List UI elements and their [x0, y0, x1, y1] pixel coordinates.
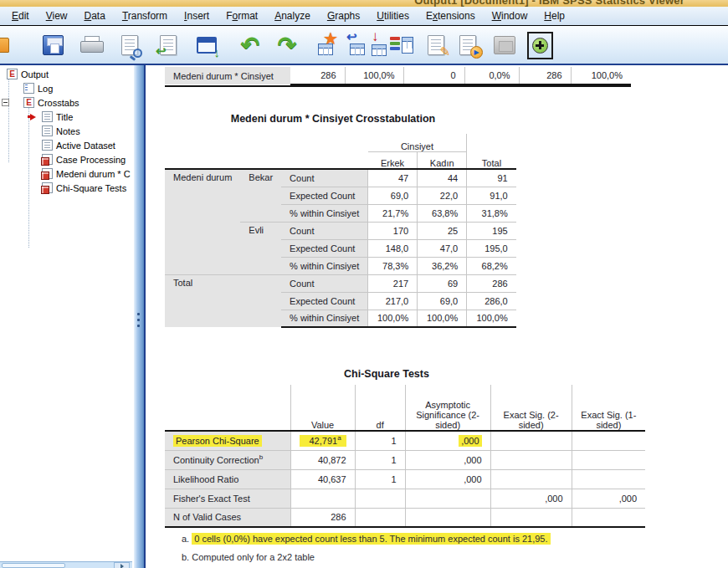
tree-item-case-processing[interactable]: Case Processing — [0, 152, 134, 166]
case-processing-table[interactable]: Medeni durum * Cinsiyet 286 100,0% 0 0,0… — [165, 67, 631, 87]
red-down-arrow-icon: ↓ — [372, 29, 379, 43]
save-floppy-icon — [43, 35, 64, 55]
outline-pane: E Output Log E Crosstabs Title Notes Act… — [0, 65, 134, 568]
edit-output-button[interactable]: ✎ — [422, 30, 450, 60]
highlighted-footnote-text: 0 cells (0,0%) have expected count less … — [192, 533, 550, 545]
tree-item-log[interactable]: Log — [0, 81, 134, 95]
export-arrow-icon: ↩ — [156, 44, 167, 57]
dataset-icon — [42, 140, 53, 151]
row-cat-bekar: Bekar — [240, 169, 281, 222]
scrollbar-right-arrow[interactable] — [114, 562, 130, 568]
crosstab-table[interactable]: Cinsiyet Total Erkek Kadın Medeni durum … — [165, 134, 516, 328]
footnote-b: b. Computed only for a 2x2 table — [182, 552, 315, 562]
dialog-recall-button[interactable] — [490, 30, 519, 60]
spss-viewer-window: { "window": { "title": "Output1 [Documen… — [0, 0, 728, 568]
blue-return-arrow-icon: ↩ — [346, 30, 357, 43]
current-item-arrow-icon — [30, 114, 36, 120]
output-pane: Medeni durum * Cinsiyet 286 100,0% 0 0,0… — [144, 65, 728, 568]
output-icon: E — [7, 69, 18, 79]
export-button[interactable]: ↩ — [154, 30, 182, 60]
main-toolbar: ↩ ↓ ↶ ↷ ★ ↩ ↓ ✎ ▶ — [0, 26, 728, 65]
tree-item-crosstabs[interactable]: E Crosstabs — [0, 95, 134, 110]
tree-item-chi-square-tests[interactable]: Chi-Square Tests — [0, 181, 134, 195]
menu-view[interactable]: View — [38, 7, 76, 25]
tree-item-title[interactable]: Title — [0, 110, 134, 124]
window-titlebar: Output1 [Document1] - IBM SPSS Statistic… — [0, 0, 728, 7]
tree-item-active-dataset[interactable]: Active Dataset — [0, 138, 134, 152]
menu-format[interactable]: Format — [218, 7, 266, 25]
highlighted-label: Pearson Chi-Square — [173, 435, 262, 447]
printer-icon — [80, 36, 102, 54]
activate-designated-button[interactable] — [525, 30, 554, 60]
menu-analyze[interactable]: Analyze — [266, 7, 319, 25]
menu-window[interactable]: Window — [484, 7, 536, 25]
tree-item-output[interactable]: E Output — [0, 67, 134, 81]
chi-square-title: Chi-Square Tests — [165, 368, 608, 380]
col-header-erkek: Erkek — [368, 151, 418, 169]
disabled-window-icon — [494, 36, 515, 54]
magnifier-icon — [133, 49, 142, 58]
footnote-a: a. 0 cells (0,0%) have expected count le… — [182, 534, 551, 544]
variable-bars-icon — [390, 37, 400, 52]
collapse-expander-icon[interactable] — [2, 99, 9, 106]
row-total-label: Total — [165, 274, 281, 327]
row-dim-label: Medeni durum — [165, 169, 240, 274]
redo-button[interactable]: ↷ — [273, 30, 301, 60]
menu-extensions[interactable]: Extensions — [418, 7, 484, 25]
open-folder-icon — [0, 38, 9, 53]
table-icon — [42, 168, 53, 179]
table-grid-icon — [350, 43, 365, 55]
highlighted-value: 42,791a — [300, 435, 346, 447]
down-arrow-icon: ↓ — [214, 46, 221, 59]
redo-arrow-icon: ↷ — [278, 34, 297, 57]
menu-bar: Edit View Data Transform Insert Format A… — [0, 7, 728, 26]
variables-button[interactable] — [388, 30, 417, 60]
row-cat-evli: Evli — [240, 222, 281, 274]
menu-help[interactable]: Help — [536, 7, 573, 25]
notes-icon — [42, 125, 53, 136]
save-button[interactable] — [38, 30, 67, 60]
star-icon: ★ — [323, 30, 338, 47]
tree-item-notes[interactable]: Notes — [0, 124, 134, 138]
green-plus-icon — [532, 38, 548, 54]
menu-transform[interactable]: Transform — [114, 7, 176, 25]
play-icon: ▶ — [470, 46, 483, 59]
designate-window-button[interactable]: ↓ — [192, 30, 221, 60]
table-icon — [42, 154, 53, 165]
tree-item-crosstabulation[interactable]: Medeni durum * C — [0, 166, 134, 181]
chi-square-table[interactable]: Value df Asymptotic Significance (2-side… — [165, 385, 645, 528]
highlighted-sig: ,000 — [459, 435, 481, 447]
table-icon — [42, 182, 53, 193]
outline-tree: E Output Log E Crosstabs Title Notes Act… — [0, 67, 134, 195]
open-file-button[interactable] — [0, 30, 13, 60]
run-script-button[interactable]: ▶ — [454, 30, 482, 60]
title-doc-icon — [42, 111, 53, 122]
menu-data[interactable]: Data — [76, 7, 114, 25]
col-header-kadin: Kadın — [418, 151, 467, 169]
window-title: Output1 [Document1] - IBM SPSS Statistic… — [414, 0, 684, 7]
scrollbar-thumb[interactable] — [2, 563, 65, 568]
outline-horizontal-scrollbar[interactable] — [0, 561, 132, 568]
menu-edit[interactable]: Edit — [3, 7, 38, 25]
col-header-total: Total — [467, 134, 516, 169]
pencil-icon: ✎ — [439, 45, 450, 58]
log-icon — [23, 83, 34, 94]
case-row-label: Medeni durum * Cinsiyet — [165, 67, 290, 84]
col-group-header: Cinsiyet — [368, 134, 467, 151]
menu-utilities[interactable]: Utilities — [368, 7, 418, 25]
table-grid-icon — [372, 44, 387, 56]
menu-insert[interactable]: Insert — [176, 7, 218, 25]
crosstabs-icon: E — [23, 97, 34, 108]
undo-button[interactable]: ↶ — [236, 30, 264, 60]
pane-splitter[interactable] — [134, 65, 144, 568]
undo-arrow-icon: ↶ — [241, 34, 260, 57]
splitter-grip-icon — [137, 313, 140, 330]
menu-graphs[interactable]: Graphs — [319, 7, 368, 25]
print-button[interactable] — [77, 30, 105, 60]
table-grid-icon — [402, 37, 413, 54]
selected-button-frame — [527, 32, 553, 59]
goto-favorite-button[interactable]: ★ — [311, 30, 340, 60]
crosstab-title: Medeni durum * Cinsiyet Crosstabulation — [165, 113, 501, 125]
print-preview-button[interactable] — [115, 30, 144, 60]
